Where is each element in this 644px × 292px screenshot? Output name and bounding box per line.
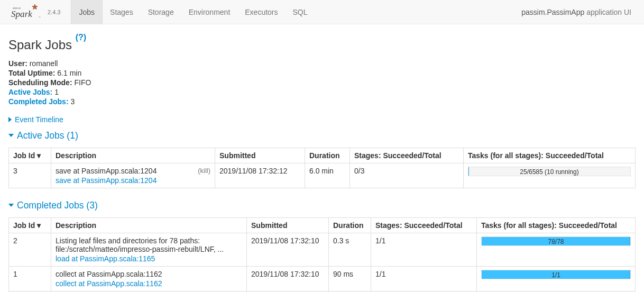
progress-bar: 25/6585 (10 running) — [468, 167, 631, 176]
active-jobs-table: Job Id ▾ Description Submitted Duration … — [8, 148, 636, 188]
active-jobs-toggle[interactable]: Active Jobs (1) — [8, 130, 78, 141]
job-detail-link[interactable]: collect at PassimApp.scala:1162 — [56, 279, 162, 288]
col-tasks[interactable]: Tasks (for all stages): Succeeded/Total — [477, 217, 636, 233]
caret-right-icon — [8, 117, 12, 122]
progress-text: 1/1 — [482, 270, 630, 279]
col-description[interactable]: Description — [51, 217, 247, 233]
completed-jobs-table: Job Id ▾ Description Submitted Duration … — [8, 217, 636, 292]
cell-description: save at PassimApp.scala:1204(kill)save a… — [51, 163, 215, 188]
nav-tab-jobs[interactable]: Jobs — [71, 0, 103, 24]
col-description[interactable]: Description — [51, 148, 215, 163]
main-container: Spark Jobs (?) User: romanell Total Upti… — [0, 24, 644, 292]
nav-tab-storage[interactable]: Storage — [141, 0, 181, 24]
progress-text: 78/78 — [482, 237, 630, 246]
nav-tab-sql[interactable]: SQL — [286, 0, 315, 24]
spark-version: 2.4.3 — [48, 9, 60, 15]
cell-submitted: 2019/11/08 17:32:10 — [247, 266, 329, 291]
job-description-text: file:/scratch/matteo/impresso-passim-reb… — [56, 245, 224, 253]
col-submitted[interactable]: Submitted — [215, 148, 305, 163]
col-duration[interactable]: Duration — [305, 148, 350, 163]
table-row: 1collect at PassimApp.scala:1162collect … — [9, 266, 636, 291]
cell-tasks: 25/6585 (10 running) — [464, 163, 636, 188]
nav-tab-stages[interactable]: Stages — [103, 0, 141, 24]
progress-text: 25/6585 (10 running) — [468, 167, 630, 176]
summary-user: User: romanell — [8, 59, 636, 68]
table-header-row: Job Id ▾ Description Submitted Duration … — [9, 217, 636, 233]
navbar: Spark APACHE ™ 2.4.3 Jobs Stages Storage… — [0, 0, 644, 24]
nav-tab-environment[interactable]: Environment — [181, 0, 238, 24]
svg-text:™: ™ — [39, 16, 41, 18]
progress-bar: 1/1 — [481, 270, 631, 279]
progress-bar: 78/78 — [481, 236, 631, 246]
table-header-row: Job Id ▾ Description Submitted Duration … — [9, 148, 636, 163]
cell-duration: 0.3 s — [329, 233, 371, 266]
col-job-id[interactable]: Job Id ▾ — [9, 217, 51, 233]
col-stages[interactable]: Stages: Succeeded/Total — [371, 217, 477, 233]
svg-text:APACHE: APACHE — [13, 7, 21, 9]
col-submitted[interactable]: Submitted — [247, 217, 329, 233]
cell-tasks: 1/1 — [477, 266, 636, 291]
nav-tabs: Jobs Stages Storage Environment Executor… — [71, 0, 315, 24]
caret-down-icon — [8, 134, 14, 137]
cell-job-id: 2 — [9, 233, 51, 266]
cell-duration: 90 ms — [329, 266, 371, 291]
help-icon[interactable]: (?) — [76, 33, 86, 42]
app-name[interactable]: passim.PassimApp — [521, 8, 584, 16]
completed-jobs-toggle[interactable]: Completed Jobs (3) — [8, 200, 98, 211]
event-timeline-label: Event Timeline — [15, 115, 63, 124]
kill-link[interactable]: (kill) — [198, 167, 210, 175]
svg-text:Spark: Spark — [11, 8, 32, 19]
col-duration[interactable]: Duration — [329, 217, 371, 233]
cell-job-id: 3 — [9, 163, 51, 188]
app-name-label: passim.PassimApp application UI — [521, 8, 640, 16]
cell-duration: 6.0 min — [305, 163, 350, 188]
cell-tasks: 78/78 — [477, 233, 636, 266]
summary-completed-jobs[interactable]: Completed Jobs: 3 — [8, 97, 636, 106]
job-detail-link[interactable]: save at PassimApp.scala:1204 — [56, 176, 157, 185]
col-tasks[interactable]: Tasks (for all stages): Succeeded/Total — [464, 148, 636, 163]
summary-active-jobs[interactable]: Active Jobs: 1 — [8, 87, 636, 97]
job-detail-link[interactable]: load at PassimApp.scala:1165 — [56, 254, 155, 263]
col-job-id[interactable]: Job Id ▾ — [9, 148, 51, 163]
summary-list: User: romanell Total Uptime: 6.1 min Sch… — [8, 59, 636, 107]
spark-logo-icon: Spark APACHE ™ — [11, 3, 44, 21]
summary-uptime: Total Uptime: 6.1 min — [8, 68, 636, 78]
nav-tab-executors[interactable]: Executors — [237, 0, 285, 24]
table-row: 2Listing leaf files and directories for … — [9, 233, 636, 266]
job-description-text: collect at PassimApp.scala:1162 — [56, 270, 162, 278]
page-title: Spark Jobs (?) — [8, 33, 636, 52]
table-row: 3save at PassimApp.scala:1204(kill)save … — [9, 163, 636, 188]
cell-stages: 1/1 — [371, 266, 477, 291]
cell-submitted: 2019/11/08 17:32:10 — [247, 233, 329, 266]
cell-stages: 1/1 — [371, 233, 477, 266]
cell-stages: 0/3 — [350, 163, 464, 188]
completed-jobs-title: Completed Jobs (3) — [17, 200, 98, 211]
job-description-text: save at PassimApp.scala:1204 — [56, 167, 157, 175]
col-stages[interactable]: Stages: Succeeded/Total — [350, 148, 464, 163]
cell-description: Listing leaf files and directories for 7… — [51, 233, 247, 266]
job-description-text: Listing leaf files and directories for 7… — [56, 236, 200, 245]
caret-down-icon — [8, 204, 14, 207]
cell-job-id: 1 — [9, 266, 51, 291]
cell-description: collect at PassimApp.scala:1162collect a… — [51, 266, 247, 291]
summary-scheduling-mode: Scheduling Mode: FIFO — [8, 78, 636, 87]
cell-submitted: 2019/11/08 17:32:12 — [215, 163, 305, 188]
active-jobs-title: Active Jobs (1) — [17, 130, 78, 141]
event-timeline-toggle[interactable]: Event Timeline — [8, 115, 63, 124]
brand[interactable]: Spark APACHE ™ 2.4.3 — [4, 3, 67, 21]
